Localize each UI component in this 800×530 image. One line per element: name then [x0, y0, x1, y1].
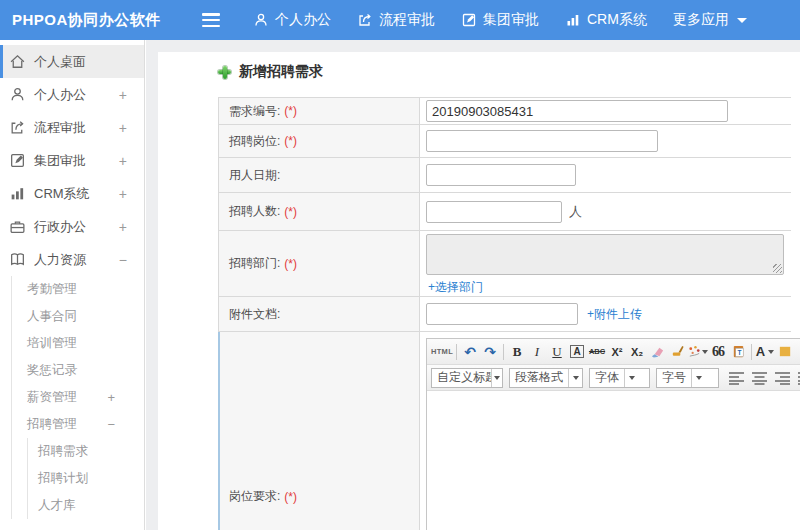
- subscript-button[interactable]: X₂: [627, 342, 647, 362]
- sidebar-item-talent-pool[interactable]: 人才库: [28, 492, 144, 519]
- field-label: 招聘部门:: [229, 255, 280, 272]
- expand-plus-icon[interactable]: +: [119, 120, 127, 136]
- sidebar-item-admin-office[interactable]: 行政办公 +: [0, 210, 144, 243]
- required-marker: (*): [284, 205, 297, 219]
- bold-button[interactable]: B: [507, 342, 527, 362]
- sidebar-item-recruit-plan[interactable]: 招聘计划: [28, 465, 144, 492]
- collapse-minus-icon[interactable]: −: [107, 417, 115, 432]
- demand-number-input[interactable]: [426, 100, 728, 122]
- required-marker: (*): [284, 257, 297, 271]
- font-size-select[interactable]: 字号: [656, 368, 719, 388]
- top-menu-group-approval[interactable]: 集团审批: [448, 0, 552, 40]
- collapse-minus-icon[interactable]: −: [119, 252, 127, 268]
- field-label: 招聘岗位:: [229, 133, 280, 150]
- top-menu-crm[interactable]: CRM系统: [552, 0, 660, 40]
- sidebar-item-crm[interactable]: CRM系统 +: [0, 177, 144, 210]
- main-area: 新增招聘需求 需求编号: (*) 招聘岗位: (*): [146, 40, 800, 530]
- resize-grip-icon[interactable]: [773, 264, 782, 273]
- sidebar-item-personal-office[interactable]: 个人办公 +: [0, 78, 144, 111]
- expand-plus-icon[interactable]: +: [119, 153, 127, 169]
- align-justify-icon[interactable]: [796, 368, 800, 388]
- caret-down-icon: [768, 350, 774, 354]
- font-family-select[interactable]: 字体: [589, 368, 650, 388]
- expand-plus-icon[interactable]: +: [119, 186, 127, 202]
- sidebar-item-rewards[interactable]: 奖惩记录: [12, 357, 144, 384]
- top-menu: 个人办公 流程审批 集团审批: [240, 0, 760, 40]
- hire-date-input[interactable]: [426, 164, 576, 186]
- required-marker: (*): [284, 490, 297, 504]
- paste-button[interactable]: T: [728, 342, 748, 362]
- expand-plus-icon[interactable]: +: [119, 219, 127, 235]
- top-menu-more-apps[interactable]: 更多应用: [660, 0, 760, 40]
- flow-approve-icon: [9, 119, 26, 136]
- department-textarea[interactable]: [426, 234, 784, 275]
- menu-toggle-button[interactable]: [202, 13, 220, 27]
- caret-down-icon: [624, 369, 638, 387]
- form-row-position: 招聘岗位: (*): [218, 125, 791, 158]
- caret-down-icon: [568, 369, 582, 387]
- svg-text:T: T: [737, 349, 741, 356]
- format-brush-icon[interactable]: [667, 342, 687, 362]
- sidebar-item-human-resources[interactable]: 人力资源 −: [0, 243, 144, 276]
- upload-attachment-link[interactable]: +附件上传: [587, 306, 642, 323]
- underline-button[interactable]: U: [547, 342, 567, 362]
- sidebar-item-training[interactable]: 培训管理: [12, 330, 144, 357]
- top-navigation-bar: PHPOA协同办公软件 个人办公 流程审批: [0, 0, 800, 40]
- top-menu-personal-office[interactable]: 个人办公: [240, 0, 344, 40]
- undo-button[interactable]: ↶: [460, 342, 480, 362]
- align-right-icon[interactable]: [773, 368, 792, 388]
- required-marker: (*): [284, 104, 297, 118]
- italic-button[interactable]: I: [527, 342, 547, 362]
- heading-select[interactable]: 自定义标题: [431, 368, 503, 388]
- sidebar-item-personal-desktop[interactable]: 个人桌面: [0, 45, 144, 78]
- font-color-button[interactable]: A: [755, 342, 775, 362]
- sidebar: 个人桌面 个人办公 + 流程审批 + 集团审批 +: [0, 40, 145, 530]
- form-row-headcount: 招聘人数: (*) 人: [218, 193, 791, 231]
- add-plus-icon: [218, 66, 231, 79]
- align-center-icon[interactable]: [750, 368, 769, 388]
- align-left-icon[interactable]: [727, 368, 746, 388]
- sidebar-item-hr-contract[interactable]: 人事合同: [12, 303, 144, 330]
- app-logo: PHPOA协同办公软件: [12, 0, 161, 40]
- edit-approve-icon: [461, 12, 477, 28]
- superscript-button[interactable]: X²: [607, 342, 627, 362]
- format-painter-icon[interactable]: [687, 342, 708, 362]
- field-label: 岗位要求:: [229, 488, 280, 505]
- home-icon: [9, 53, 26, 70]
- highlight-color-button[interactable]: [775, 342, 795, 362]
- html-source-button[interactable]: HTML: [431, 342, 453, 362]
- editor-toolbar-row1: HTML ↶ ↷ B I U A ABC X²: [427, 339, 800, 365]
- headcount-input[interactable]: [426, 201, 562, 223]
- content-panel: 新增招聘需求 需求编号: (*) 招聘岗位: (*): [158, 52, 800, 530]
- sidebar-item-group-approval[interactable]: 集团审批 +: [0, 144, 144, 177]
- sidebar-item-recruit-demand[interactable]: 招聘需求: [28, 438, 144, 465]
- user-icon: [253, 12, 269, 28]
- sidebar-item-attendance[interactable]: 考勤管理: [12, 276, 144, 303]
- expand-plus-icon[interactable]: +: [119, 87, 127, 103]
- caret-down-icon: [491, 369, 503, 387]
- paragraph-format-select[interactable]: 段落格式: [509, 368, 583, 388]
- sidebar-hr-submenu: 考勤管理 人事合同 培训管理 奖惩记录 薪资管理 + 招聘管理 − 招聘需求 招…: [11, 276, 144, 519]
- expand-plus-icon[interactable]: +: [107, 390, 115, 405]
- blockquote-button[interactable]: 66: [708, 342, 728, 362]
- font-style-button[interactable]: A: [567, 342, 587, 362]
- form-row-job-requirements: 岗位要求: (*) HTML ↶ ↷ B I: [218, 332, 791, 530]
- top-menu-workflow-approval[interactable]: 流程审批: [344, 0, 448, 40]
- recruit-demand-form: 需求编号: (*) 招聘岗位: (*) 用人日期: [218, 97, 791, 530]
- strikethrough-button[interactable]: ABC: [587, 342, 607, 362]
- caret-down-icon: [691, 369, 705, 387]
- redo-button[interactable]: ↷: [480, 342, 500, 362]
- rich-text-editor: HTML ↶ ↷ B I U A ABC X²: [426, 338, 800, 530]
- sidebar-item-recruitment[interactable]: 招聘管理 −: [12, 411, 144, 438]
- sidebar-item-workflow-approval[interactable]: 流程审批 +: [0, 111, 144, 144]
- attachment-input[interactable]: [426, 303, 578, 325]
- remove-format-eraser-icon[interactable]: [647, 342, 667, 362]
- position-input[interactable]: [426, 130, 658, 152]
- book-icon: [9, 251, 26, 268]
- field-label: 用人日期:: [229, 167, 280, 184]
- editor-body[interactable]: [427, 391, 800, 530]
- form-row-hire-date: 用人日期:: [218, 158, 791, 193]
- user-icon: [9, 86, 26, 103]
- select-department-link[interactable]: +选择部门: [428, 279, 483, 296]
- sidebar-item-salary[interactable]: 薪资管理 +: [12, 384, 144, 411]
